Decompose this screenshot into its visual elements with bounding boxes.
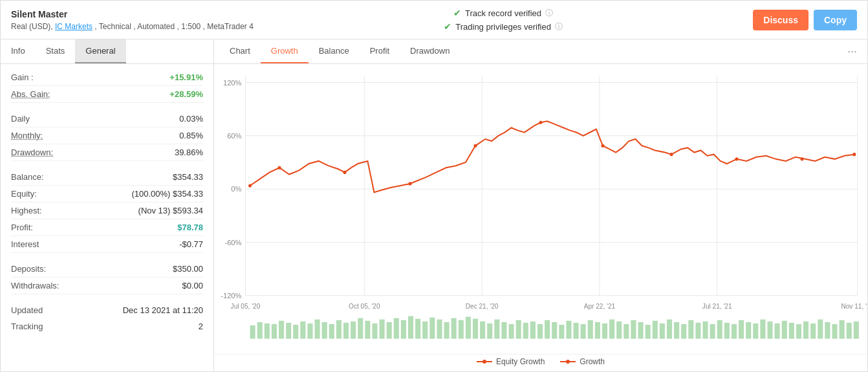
- right-panel: Chart Growth Balance Profit Drawdown ···: [214, 39, 867, 371]
- svg-rect-70: [588, 320, 593, 339]
- svg-rect-96: [775, 323, 780, 339]
- legend-growth: Growth: [560, 357, 605, 366]
- stat-equity: Equity: (100.00%) $354.33: [11, 186, 203, 202]
- svg-rect-36: [343, 323, 349, 339]
- svg-rect-57: [494, 320, 499, 339]
- deposits-label: Deposits:: [11, 264, 46, 274]
- info-icon-1[interactable]: ⓘ: [545, 8, 553, 19]
- monthly-label: Monthly:: [11, 131, 43, 140]
- svg-rect-24: [257, 322, 263, 339]
- profit-value: $78.78: [177, 223, 203, 232]
- svg-rect-54: [473, 319, 478, 339]
- discuss-button[interactable]: Discuss: [753, 10, 808, 30]
- svg-point-110: [343, 171, 346, 174]
- svg-rect-59: [509, 324, 514, 339]
- svg-rect-32: [315, 320, 320, 339]
- svg-rect-69: [581, 324, 586, 339]
- growth-chart: 120% 60% 0% -60% -120% Jul 05, '20 Oct 0…: [214, 69, 867, 349]
- svg-rect-65: [552, 322, 557, 339]
- stat-interest: Interest -$0.77: [11, 236, 203, 253]
- chart-tabs-row: Chart Growth Balance Profit Drawdown ···: [214, 39, 867, 64]
- monthly-value: 0.85%: [179, 131, 203, 140]
- info-icon-2[interactable]: ⓘ: [555, 21, 563, 32]
- svg-rect-74: [616, 322, 622, 339]
- drawdown-value: 39.86%: [175, 148, 203, 157]
- svg-rect-67: [566, 321, 571, 339]
- header-actions: Discuss Copy: [753, 10, 857, 30]
- tracking-row: Tracking 2: [11, 318, 203, 334]
- svg-rect-95: [767, 322, 772, 339]
- chart-tab-profit[interactable]: Profit: [360, 39, 400, 63]
- growth-label: Growth: [580, 357, 605, 366]
- stat-withdrawals: Withdrawals: $0.00: [11, 278, 203, 294]
- svg-point-113: [539, 121, 542, 124]
- svg-text:-120%: -120%: [221, 292, 241, 300]
- daily-value: 0.03%: [179, 114, 203, 124]
- tab-stats[interactable]: Stats: [36, 39, 76, 63]
- withdrawals-value: $0.00: [182, 281, 203, 290]
- chart-area: 120% 60% 0% -60% -120% Jul 05, '20 Oct 0…: [214, 64, 867, 354]
- gain-label: Gain :: [11, 72, 34, 82]
- svg-rect-91: [739, 320, 744, 339]
- svg-rect-77: [638, 322, 643, 339]
- deposits-value: $350.00: [173, 264, 203, 274]
- left-panel: Info Stats General Gain : +15.91% Abs. G…: [1, 39, 214, 371]
- svg-rect-34: [329, 324, 334, 339]
- tab-info[interactable]: Info: [1, 39, 36, 63]
- stat-highest: Highest: (Nov 13) $593.34: [11, 202, 203, 219]
- svg-rect-73: [609, 320, 614, 339]
- copy-button[interactable]: Copy: [814, 10, 857, 30]
- svg-rect-82: [674, 322, 679, 339]
- chart-tab-drawdown[interactable]: Drawdown: [400, 39, 460, 63]
- svg-rect-50: [444, 322, 450, 339]
- svg-rect-52: [459, 320, 464, 339]
- svg-text:Nov 11, '21: Nov 11, '21: [841, 303, 867, 310]
- account-subtitle: Real (USD), IC Markets , Technical , Aut…: [11, 22, 254, 31]
- app-container: Silent Master Real (USD), IC Markets , T…: [0, 0, 868, 372]
- svg-rect-38: [358, 318, 363, 339]
- svg-rect-88: [717, 320, 722, 339]
- trading-privileges-label: Trading privileges verified: [455, 22, 551, 32]
- svg-point-115: [669, 153, 673, 156]
- stat-abs-gain: Abs. Gain: +28.59%: [11, 86, 203, 103]
- chart-tab-chart[interactable]: Chart: [219, 39, 261, 63]
- svg-rect-98: [789, 323, 794, 339]
- svg-rect-94: [760, 320, 765, 339]
- svg-rect-81: [667, 320, 672, 339]
- stat-daily: Daily 0.03%: [11, 111, 203, 127]
- svg-rect-43: [394, 318, 399, 339]
- svg-rect-46: [415, 319, 420, 339]
- svg-point-114: [601, 144, 604, 148]
- svg-text:0%: 0%: [231, 185, 241, 193]
- chart-tab-balance[interactable]: Balance: [309, 39, 360, 63]
- svg-rect-75: [624, 324, 629, 339]
- svg-text:Dec 21, '20: Dec 21, '20: [466, 303, 499, 310]
- svg-rect-41: [380, 320, 385, 339]
- account-title: Silent Master: [11, 9, 254, 19]
- svg-rect-23: [250, 325, 255, 339]
- stat-deposits: Deposits: $350.00: [11, 261, 203, 278]
- equity-label: Equity:: [11, 189, 37, 199]
- svg-rect-40: [372, 323, 377, 339]
- stat-balance: Balance: $354.33: [11, 169, 203, 186]
- svg-text:Oct 05, '20: Oct 05, '20: [349, 303, 380, 310]
- svg-rect-100: [803, 322, 808, 339]
- track-record-verify: ✔ Track record verified ⓘ: [453, 8, 553, 19]
- left-tabs: Info Stats General: [1, 39, 213, 64]
- svg-text:Apr 22, '21: Apr 22, '21: [584, 303, 616, 310]
- updated-row: Updated Dec 13 2021 at 11:20: [11, 302, 203, 318]
- svg-rect-68: [574, 323, 579, 339]
- abs-gain-label: Abs. Gain:: [11, 89, 50, 99]
- svg-rect-85: [695, 323, 700, 339]
- tab-general[interactable]: General: [75, 39, 125, 63]
- svg-point-108: [248, 184, 252, 187]
- chart-tab-growth[interactable]: Growth: [261, 39, 309, 63]
- more-button[interactable]: ···: [842, 42, 862, 61]
- svg-rect-93: [753, 323, 758, 339]
- svg-rect-107: [854, 322, 859, 339]
- gain-value: +15.91%: [169, 72, 203, 82]
- svg-rect-61: [523, 323, 528, 339]
- svg-rect-72: [602, 323, 607, 339]
- svg-point-112: [473, 144, 477, 148]
- broker-link[interactable]: IC Markets: [55, 22, 92, 31]
